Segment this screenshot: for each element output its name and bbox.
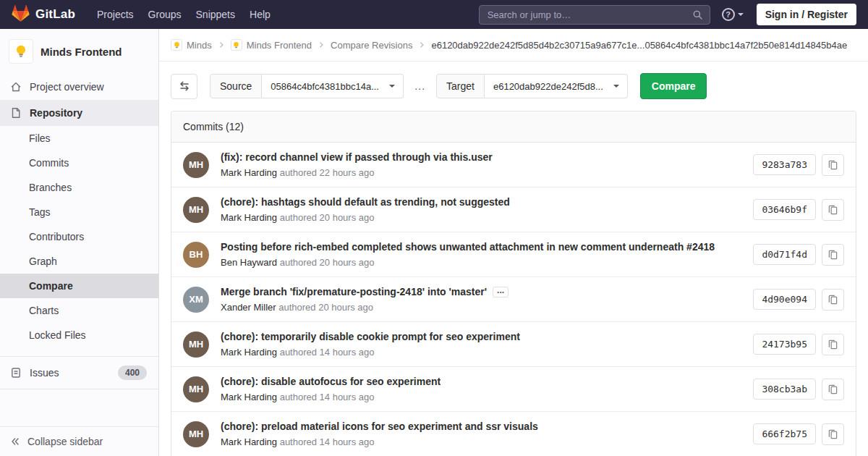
commit-author-link[interactable]: Mark Harding bbox=[221, 212, 277, 223]
search-bar[interactable] bbox=[479, 5, 710, 25]
author-avatar: MH bbox=[183, 152, 209, 178]
commit-title-link[interactable]: (chore): hashtags should default as tren… bbox=[221, 196, 510, 208]
clipboard-icon bbox=[827, 428, 838, 439]
copy-sha-button[interactable] bbox=[822, 289, 844, 311]
sidebar-item-compare[interactable]: Compare bbox=[0, 274, 158, 298]
gitlab-logo[interactable]: GitLab bbox=[12, 4, 75, 25]
commit-meta: Xander Miller authored 20 hours ago bbox=[221, 302, 741, 313]
copy-sha-button[interactable] bbox=[822, 334, 844, 355]
commit-meta: Ben Hayward authored 20 hours ago bbox=[221, 257, 741, 268]
home-icon bbox=[10, 81, 22, 93]
help-menu[interactable]: ? bbox=[722, 8, 744, 21]
top-navbar: GitLab Projects Groups Snippets Help ? S… bbox=[0, 0, 868, 29]
commits-panel: Commits (12) MH (fix): record channel vi… bbox=[171, 111, 856, 456]
sidebar-item-commits[interactable]: Commits bbox=[0, 151, 158, 175]
copy-sha-button[interactable] bbox=[822, 379, 844, 400]
target-ref-dropdown[interactable]: e6120dab922de242f5d8... bbox=[485, 74, 628, 98]
project-name: Minds Frontend bbox=[41, 46, 122, 58]
copy-sha-button[interactable] bbox=[822, 244, 844, 266]
sidebar-item-label: Project overview bbox=[30, 81, 104, 93]
issues-count-badge: 400 bbox=[118, 366, 147, 380]
collapse-sidebar-button[interactable]: Collapse sidebar bbox=[0, 426, 158, 456]
project-avatar bbox=[9, 39, 33, 64]
author-avatar: MH bbox=[183, 197, 209, 223]
breadcrumb-group-link[interactable]: Minds bbox=[171, 39, 212, 51]
commit-author-link[interactable]: Ben Hayward bbox=[221, 257, 277, 268]
commit-authored-time: authored 14 hours ago bbox=[280, 392, 375, 402]
project-header[interactable]: Minds Frontend bbox=[0, 29, 158, 74]
sign-in-button[interactable]: Sign in / Register bbox=[757, 4, 856, 25]
commit-title-link[interactable]: Posting before rich-embed completed show… bbox=[221, 241, 715, 253]
commit-authored-time: authored 14 hours ago bbox=[280, 347, 375, 358]
commit-meta: Mark Harding authored 20 hours ago bbox=[221, 212, 741, 223]
sidebar-item-project-overview[interactable]: Project overview bbox=[0, 74, 158, 100]
breadcrumb-current-revisions: e6120dab922de242f5d85d4b2c30715a9a677c1e… bbox=[431, 40, 847, 51]
author-avatar: XM bbox=[183, 287, 209, 313]
commit-title-link[interactable]: (chore): disable autofocus for seo exper… bbox=[221, 376, 441, 387]
copy-sha-button[interactable] bbox=[822, 199, 844, 221]
source-ref-group: Source 05864c4bfc4381bbc14a... bbox=[210, 74, 404, 98]
commit-title-link[interactable]: (chore): preload material icons for seo … bbox=[221, 421, 538, 432]
sidebar-item-charts[interactable]: Charts bbox=[0, 298, 158, 323]
collapse-sidebar-label: Collapse sidebar bbox=[27, 436, 103, 447]
commit-author-link[interactable]: Mark Harding bbox=[221, 436, 277, 447]
commit-row: MH (chore): preload material icons for s… bbox=[171, 411, 856, 456]
lightbulb-icon bbox=[13, 43, 29, 59]
sidebar-item-tags[interactable]: Tags bbox=[0, 200, 158, 224]
commit-sha-link[interactable]: 4d90e094 bbox=[753, 289, 816, 310]
compare-button[interactable]: Compare bbox=[640, 73, 707, 99]
sidebar-item-label: Issues bbox=[30, 367, 59, 379]
group-avatar bbox=[171, 39, 182, 51]
commit-sha-link[interactable]: d0d71f4d bbox=[753, 244, 816, 265]
breadcrumb-project-link[interactable]: Minds Frontend bbox=[231, 39, 312, 51]
source-label: Source bbox=[210, 74, 262, 98]
sidebar-item-branches[interactable]: Branches bbox=[0, 175, 158, 200]
sidebar-item-issues[interactable]: Issues 400 bbox=[0, 356, 158, 389]
nav-item-groups[interactable]: Groups bbox=[141, 1, 189, 28]
commit-author-link[interactable]: Xander Miller bbox=[221, 302, 276, 313]
commit-author-link[interactable]: Mark Harding bbox=[221, 347, 277, 358]
sidebar-item-locked-files[interactable]: Locked Files bbox=[0, 323, 158, 347]
issues-icon bbox=[10, 367, 22, 379]
author-avatar: MH bbox=[183, 332, 209, 358]
compare-form: Source 05864c4bfc4381bbc14a... ... Targe… bbox=[159, 62, 868, 111]
clipboard-icon bbox=[827, 249, 838, 260]
sidebar-item-contributors[interactable]: Contributors bbox=[0, 224, 158, 249]
collapse-chevrons-icon bbox=[10, 436, 20, 447]
commit-sha-link[interactable]: 666f2b75 bbox=[753, 423, 816, 444]
sidebar-item-files[interactable]: Files bbox=[0, 126, 158, 151]
commit-meta: Mark Harding authored 14 hours ago bbox=[221, 347, 741, 358]
breadcrumb-compare-revisions-link[interactable]: Compare Revisions bbox=[331, 40, 412, 51]
commit-author-link[interactable]: Mark Harding bbox=[221, 167, 277, 178]
commit-sha-link[interactable]: 24173b95 bbox=[753, 334, 816, 355]
commit-authored-time: authored 20 hours ago bbox=[280, 212, 375, 223]
repository-icon bbox=[10, 107, 22, 119]
commit-sha-link[interactable]: 308cb3ab bbox=[753, 379, 816, 400]
source-ref-dropdown[interactable]: 05864c4bfc4381bbc14a... bbox=[262, 74, 404, 98]
commit-meta: Mark Harding authored 22 hours ago bbox=[221, 167, 741, 178]
revision-range-separator: ... bbox=[414, 80, 425, 92]
lightbulb-icon bbox=[232, 41, 240, 49]
commit-sha-link[interactable]: 9283a783 bbox=[753, 154, 816, 175]
sidebar-item-repository[interactable]: Repository bbox=[0, 100, 158, 126]
copy-sha-button[interactable] bbox=[822, 423, 844, 445]
expand-commit-description-button[interactable]: ... bbox=[493, 287, 509, 297]
swap-revisions-button[interactable] bbox=[171, 74, 197, 99]
nav-item-projects[interactable]: Projects bbox=[90, 1, 141, 28]
search-input[interactable] bbox=[486, 9, 692, 21]
commit-author-link[interactable]: Mark Harding bbox=[221, 392, 277, 402]
commit-row: XM Merge branch 'fix/premature-posting-2… bbox=[171, 276, 856, 321]
target-ref-group: Target e6120dab922de242f5d8... bbox=[436, 74, 628, 98]
source-ref-value: 05864c4bfc4381bbc14a... bbox=[271, 81, 379, 92]
nav-item-help[interactable]: Help bbox=[242, 1, 278, 28]
commit-title-link[interactable]: (chore): temporarily disable cookie prom… bbox=[221, 331, 520, 342]
commit-row: MH (fix): record channel view if passed … bbox=[171, 143, 856, 187]
commit-title-link[interactable]: (fix): record channel view if passed thr… bbox=[221, 151, 493, 163]
sidebar-item-graph[interactable]: Graph bbox=[0, 249, 158, 274]
commit-sha-link[interactable]: 03646b9f bbox=[753, 199, 816, 220]
copy-sha-button[interactable] bbox=[822, 154, 844, 176]
commit-title-link[interactable]: Merge branch 'fix/premature-posting-2418… bbox=[221, 286, 487, 297]
chevron-down-icon bbox=[738, 13, 744, 16]
target-label: Target bbox=[436, 74, 485, 98]
nav-item-snippets[interactable]: Snippets bbox=[189, 1, 242, 28]
